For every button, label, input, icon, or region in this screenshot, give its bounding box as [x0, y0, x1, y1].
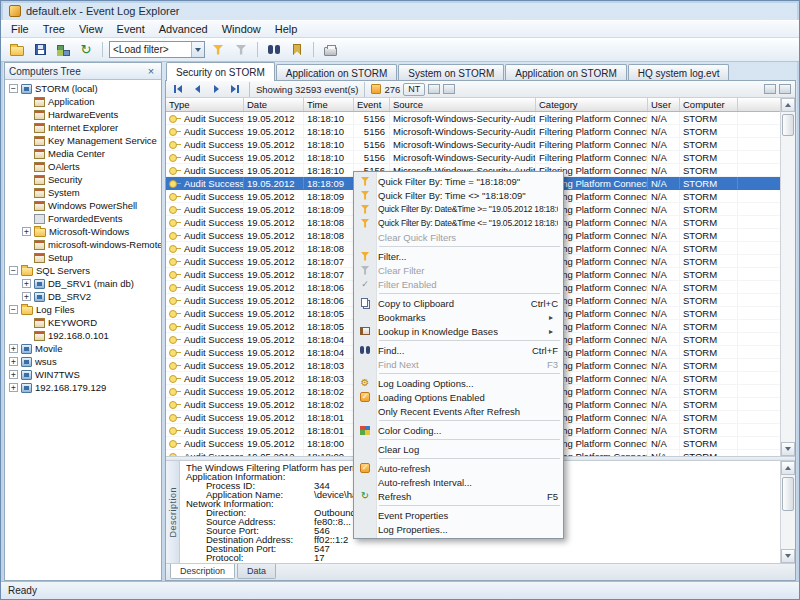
scroll-thumb[interactable]	[782, 477, 794, 511]
tree-item[interactable]: +wsus	[5, 355, 161, 368]
description-scrollbar[interactable]	[780, 461, 795, 563]
menu-window[interactable]: Window	[215, 22, 268, 36]
tree-item[interactable]: Key Management Service	[5, 134, 161, 147]
context-menu-item[interactable]: Color Coding...	[354, 423, 563, 437]
context-menu-item[interactable]: Find...Ctrl+F	[354, 343, 563, 357]
load-filter-combo[interactable]: <Load filter>	[109, 41, 205, 58]
context-menu-item[interactable]: Event Properties	[354, 508, 563, 522]
tree-item[interactable]: Setup	[5, 251, 161, 264]
collapse-icon[interactable]: −	[9, 305, 18, 314]
context-menu-item[interactable]: Quick Filter By: Date&Time >= "19.05.201…	[354, 202, 563, 216]
context-menu-item[interactable]: ↻RefreshF5	[354, 489, 563, 503]
menu-advanced[interactable]: Advanced	[152, 22, 215, 36]
tree-item[interactable]: 192.168.0.101	[5, 329, 161, 342]
bookmarks-button[interactable]	[287, 40, 307, 59]
collapse-icon[interactable]: −	[9, 84, 18, 93]
scroll-thumb[interactable]	[782, 114, 794, 136]
open-log-button[interactable]	[7, 40, 27, 59]
tree-item[interactable]: +192.168.179.129	[5, 381, 161, 394]
expand-icon[interactable]: +	[22, 292, 31, 301]
context-menu-item[interactable]: Bookmarks▸	[354, 310, 563, 324]
goto-event-value[interactable]: 276	[384, 84, 400, 95]
column-header-computer[interactable]: Computer	[680, 98, 738, 111]
context-menu-item[interactable]: ✓Loading Options Enabled	[354, 390, 563, 404]
first-event-button[interactable]	[170, 82, 186, 96]
event-row[interactable]: Audit Success19.05.201218:18:105156Micro…	[166, 112, 780, 125]
expand-icon[interactable]: +	[9, 344, 18, 353]
expand-icon[interactable]: +	[9, 357, 18, 366]
menu-view[interactable]: View	[72, 22, 110, 36]
column-header-user[interactable]: User	[648, 98, 680, 111]
column-header-source[interactable]: Source	[390, 98, 536, 111]
tab-0[interactable]: Security on STORM	[166, 62, 275, 81]
tree-item[interactable]: −SQL Servers	[5, 264, 161, 277]
context-menu-item[interactable]: Quick Filter By: Time = "18:18:09"	[354, 174, 563, 188]
grid-view-icon[interactable]	[764, 84, 776, 94]
menu-file[interactable]: File	[4, 22, 36, 36]
column-header-category[interactable]: Category	[536, 98, 648, 111]
prev-event-button[interactable]	[189, 82, 205, 96]
context-menu-item[interactable]: Copy to ClipboardCtrl+C	[354, 296, 563, 310]
titlebar[interactable]: default.elx - Event Log Explorer	[1, 1, 799, 20]
context-menu-item[interactable]: Quick Filter By: Time <> "18:18:09"	[354, 188, 563, 202]
clear-filter-button[interactable]	[231, 40, 251, 59]
context-menu-item[interactable]: Quick Filter By: Date&Time <= "19.05.201…	[354, 216, 563, 230]
context-menu-item[interactable]: ✓Filter Enabled	[354, 277, 563, 291]
context-menu-item[interactable]: Clear Filter	[354, 263, 563, 277]
last-event-button[interactable]	[227, 82, 243, 96]
columns-icon[interactable]	[443, 84, 455, 94]
tree-item[interactable]: Media Center	[5, 147, 161, 160]
close-icon[interactable]	[145, 66, 157, 77]
context-menu-item[interactable]: Auto-refresh Interval...	[354, 475, 563, 489]
word-wrap-icon[interactable]	[428, 84, 440, 94]
scroll-track[interactable]	[781, 112, 795, 442]
column-header-date[interactable]: Date	[244, 98, 304, 111]
tree-item[interactable]: +WIN7TWS	[5, 368, 161, 381]
apply-filter-button[interactable]	[208, 40, 228, 59]
tab-3[interactable]: Application on STORM	[505, 64, 627, 81]
tree-item[interactable]: OAlerts	[5, 160, 161, 173]
print-button[interactable]	[320, 40, 340, 59]
save-workspace-button[interactable]	[30, 40, 50, 59]
expand-icon[interactable]: +	[9, 370, 18, 379]
expand-icon[interactable]: +	[22, 279, 31, 288]
tree-item[interactable]: Internet Explorer	[5, 121, 161, 134]
tree-item[interactable]: +DB_SRV2	[5, 290, 161, 303]
menu-help[interactable]: Help	[268, 22, 305, 36]
context-menu-item[interactable]: Lookup in Knowledge Bases▸	[354, 324, 563, 338]
scroll-up-icon[interactable]	[781, 98, 795, 112]
event-row[interactable]: Audit Success19.05.201218:18:105156Micro…	[166, 151, 780, 164]
scroll-down-icon[interactable]	[781, 442, 795, 456]
column-header-type[interactable]: Type	[166, 98, 244, 111]
tab-1[interactable]: Application on STORM	[276, 64, 398, 81]
scroll-up-icon[interactable]	[781, 461, 795, 475]
combo-dropdown-icon[interactable]	[191, 42, 204, 57]
menu-event[interactable]: Event	[110, 22, 152, 36]
event-row[interactable]: Audit Success19.05.201218:18:105156Micro…	[166, 125, 780, 138]
column-header-time[interactable]: Time	[304, 98, 354, 111]
collapse-icon[interactable]: −	[9, 266, 18, 275]
details-view-icon[interactable]	[779, 84, 791, 94]
context-menu-item[interactable]: Only Recent Events After Refresh	[354, 404, 563, 418]
bottom-tab-description[interactable]: Description	[170, 564, 235, 579]
tree-item[interactable]: +Microsoft-Windows	[5, 225, 161, 238]
event-row[interactable]: Audit Success19.05.201218:18:105156Micro…	[166, 138, 780, 151]
tree-item[interactable]: System	[5, 186, 161, 199]
tree-item[interactable]: Security	[5, 173, 161, 186]
tree-item[interactable]: Application	[5, 95, 161, 108]
column-header-event[interactable]: Event	[354, 98, 390, 111]
events-scrollbar[interactable]	[780, 98, 795, 456]
goto-event-icon[interactable]	[371, 84, 381, 94]
tree-item[interactable]: ForwardedEvents	[5, 212, 161, 225]
tab-2[interactable]: System on STORM	[398, 64, 504, 81]
context-menu-item[interactable]: Filter...	[354, 249, 563, 263]
expand-icon[interactable]: +	[9, 383, 18, 392]
tree-item[interactable]: HardwareEvents	[5, 108, 161, 121]
context-menu-item[interactable]: ✓Auto-refresh	[354, 461, 563, 475]
nt-toggle[interactable]: NT	[403, 83, 425, 96]
scroll-down-icon[interactable]	[781, 549, 795, 563]
context-menu-item[interactable]: Clear Log	[354, 442, 563, 456]
menu-tree[interactable]: Tree	[36, 22, 72, 36]
scroll-track[interactable]	[781, 475, 795, 549]
bottom-tab-data[interactable]: Data	[237, 564, 276, 579]
